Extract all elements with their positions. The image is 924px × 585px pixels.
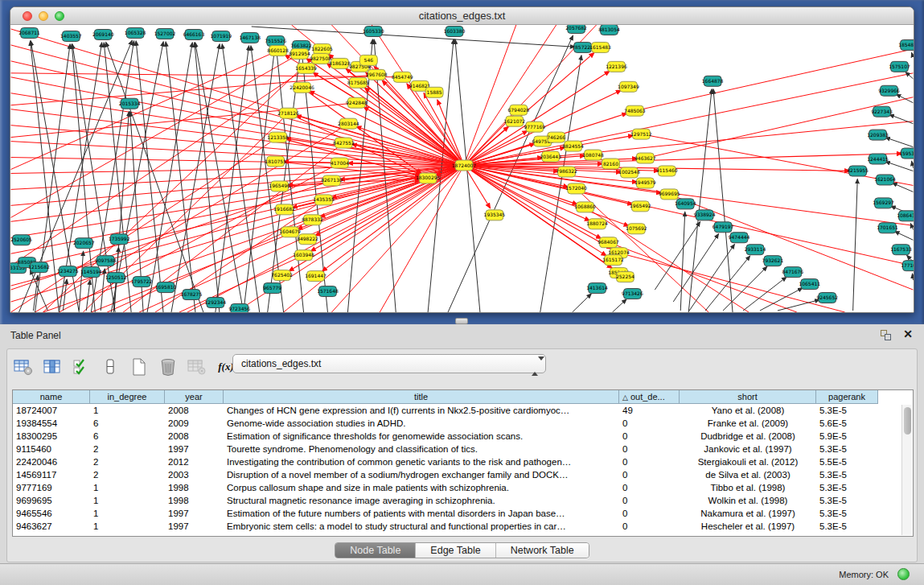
graph-node[interactable]: 9115460 — [656, 166, 678, 176]
graph-node[interactable]: 8215955 — [847, 166, 869, 176]
table-row[interactable]: 946554611997Estimation of the future num… — [13, 507, 913, 520]
graph-node[interactable]: 1244415 — [867, 154, 889, 164]
graph-node[interactable]: 1854850 — [898, 39, 914, 50]
memory-status-indicator[interactable] — [897, 568, 910, 580]
graph-node[interactable]: 1569297 — [873, 198, 894, 208]
table-row[interactable]: 977716911998Corpus callosum shape and si… — [13, 481, 913, 494]
graph-node[interactable]: 1822605 — [311, 43, 333, 54]
graph-node[interactable]: 9827508 — [310, 53, 331, 64]
graph-node[interactable]: 9227343 — [871, 106, 893, 117]
table-mode-icon[interactable] — [14, 357, 33, 377]
graph-node[interactable]: 746266 — [547, 132, 565, 142]
graph-node[interactable]: 1691447 — [305, 271, 326, 282]
graph-node[interactable]: 18724007 — [452, 160, 477, 171]
graph-node[interactable]: 1654339 — [295, 63, 317, 73]
table-scrollbar[interactable] — [901, 405, 912, 535]
graph-node[interactable]: 546 — [359, 55, 377, 65]
graph-node[interactable]: 18300295 — [416, 173, 441, 183]
table-row[interactable]: 946362711997Embryonic stem cells: a mode… — [13, 520, 913, 533]
graph-node[interactable]: 2933114 — [745, 245, 766, 255]
graph-node[interactable]: 1250512 — [105, 273, 127, 283]
graph-node[interactable]: 2057682 — [565, 25, 587, 33]
graph-node[interactable]: 9242848 — [346, 97, 368, 108]
tab-network-table[interactable]: Network Table — [496, 543, 589, 558]
network-canvas[interactable]: 1872400718300295206871114035572069140106… — [10, 25, 914, 312]
column-header-in_degree[interactable]: in_degree — [90, 390, 165, 404]
graph-node[interactable]: 1603948 — [293, 250, 314, 261]
graph-node[interactable]: 1640954 — [675, 199, 696, 209]
show-columns-icon[interactable] — [43, 357, 62, 377]
graph-node[interactable]: 252254 — [616, 272, 634, 282]
graph-node[interactable]: 2015334 — [119, 98, 141, 109]
table-row[interactable]: 1872400712008Changes of HCN gene express… — [13, 404, 913, 417]
graph-node[interactable]: 1527002 — [154, 28, 176, 39]
graph-node[interactable]: 8267130 — [321, 175, 343, 186]
column-header-name[interactable]: name — [13, 390, 90, 404]
graph-node[interactable]: 1213358 — [267, 132, 289, 142]
select-all-check-icon[interactable] — [72, 357, 91, 377]
graph-node[interactable]: 1615483 — [589, 42, 611, 52]
graph-node[interactable]: 1209383 — [867, 130, 889, 140]
graph-node[interactable]: 6466163 — [183, 29, 205, 39]
graph-node[interactable]: 2520605 — [10, 235, 32, 245]
graph-node[interactable]: 7625402 — [271, 270, 293, 281]
graph-node[interactable]: 1292344 — [205, 298, 227, 308]
graph-node[interactable]: 8186328 — [329, 58, 351, 68]
graph-node[interactable]: 1935345 — [484, 210, 506, 220]
graph-node[interactable]: 9329966 — [878, 85, 900, 96]
graph-node[interactable]: 1810755 — [265, 156, 286, 167]
float-panel-icon[interactable] — [881, 330, 892, 340]
graph-node[interactable]: 1595358 — [899, 148, 914, 159]
column-header-short[interactable]: short — [680, 390, 816, 404]
graph-node[interactable]: 8912954 — [289, 48, 310, 59]
new-table-icon[interactable] — [129, 357, 149, 377]
graph-node[interactable]: 2036443 — [540, 151, 561, 162]
graph-node[interactable]: 7986322 — [556, 167, 577, 177]
column-header-title[interactable]: title — [224, 390, 619, 404]
graph-node[interactable]: 1695810 — [155, 282, 177, 293]
graph-node[interactable]: 2020657 — [73, 238, 95, 249]
table-row[interactable]: 1456911722003Disruption of a novel membe… — [13, 468, 913, 481]
tab-edge-table[interactable]: Edge Table — [416, 543, 495, 558]
table-row[interactable]: 1938455462009Genome-wide association stu… — [13, 417, 913, 430]
graph-node[interactable]: 1215682 — [28, 262, 50, 273]
scrollbar-thumb[interactable] — [904, 407, 911, 435]
graph-node[interactable]: 1795722 — [131, 277, 153, 287]
graph-node[interactable]: 9723456 — [228, 304, 250, 312]
graph-node[interactable]: 9463627 — [634, 153, 656, 163]
graph-node[interactable]: 8498222 — [297, 234, 318, 245]
graph-node[interactable]: 8813054 — [598, 25, 620, 35]
graph-node[interactable]: 6794028 — [508, 105, 530, 115]
graph-node[interactable]: 417004 — [331, 158, 349, 168]
graph-node[interactable]: 1435355 — [313, 195, 335, 205]
graph-node[interactable]: 8471676 — [782, 267, 804, 278]
graph-node[interactable]: 1571648 — [317, 286, 339, 297]
graph-node[interactable]: 9684067 — [598, 237, 619, 248]
graph-node[interactable]: 1965496 — [269, 181, 290, 192]
graph-node[interactable]: 1080748 — [582, 150, 604, 160]
column-header-year[interactable]: year — [165, 390, 224, 404]
graph-node[interactable]: 1071919 — [211, 31, 232, 41]
column-header-out_de[interactable]: △out_de... — [619, 390, 680, 404]
graph-node[interactable]: 1678275 — [181, 290, 203, 300]
graph-node[interactable]: 7932621 — [762, 256, 784, 266]
graph-node[interactable]: 7515526 — [265, 35, 286, 46]
graph-node[interactable]: 1572040 — [565, 183, 587, 194]
graph-node[interactable]: 1403557 — [60, 31, 82, 41]
graph-node[interactable]: 1615172 — [602, 255, 624, 266]
graph-node[interactable]: 1065411 — [799, 279, 820, 290]
graph-node[interactable]: 1413614 — [586, 283, 608, 294]
graph-node[interactable]: 2718126 — [277, 108, 299, 118]
import-table-icon[interactable] — [187, 357, 207, 377]
graph-node[interactable]: 8454749 — [392, 72, 413, 82]
graph-node[interactable]: 82160 — [602, 159, 620, 169]
column-header-pagerank[interactable]: pagerank — [816, 390, 878, 404]
graph-node[interactable]: 2068711 — [18, 27, 40, 38]
graph-node[interactable]: 1297512 — [630, 129, 652, 139]
table-selector-combobox[interactable]: citations_edges.txt — [232, 354, 546, 373]
graph-node[interactable]: 2967608 — [366, 69, 388, 80]
graph-node[interactable]: 1234275 — [57, 266, 79, 277]
graph-node[interactable]: 1664878 — [702, 76, 724, 86]
column-chooser-icon[interactable] — [101, 357, 120, 377]
graph-node[interactable]: 2803144 — [338, 118, 359, 129]
